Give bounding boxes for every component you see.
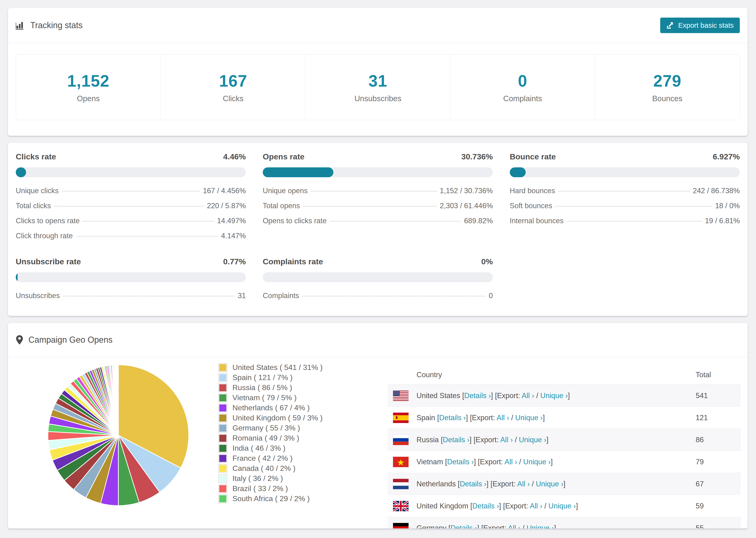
export-prefix: [Export: [470,413,497,422]
export-unique-link[interactable]: Unique › [515,413,543,422]
rate-progress-track [510,167,740,177]
column-header-total: Total [696,371,740,379]
bracket: ] [546,436,549,444]
rate-detail-value: 167 / 4.456% [203,187,246,195]
legend-label: Brazil ( 33 / 2% ) [233,484,288,493]
legend-swatch [219,374,226,381]
rate-panel-bounce-rate: Bounce rate 6.927% Hard bounces 242 / 86… [510,152,740,243]
legend-label: Italy ( 36 / 2% ) [233,474,283,483]
export-unique-link[interactable]: Unique › [523,458,551,466]
rate-progress-track [263,167,493,177]
rates-grid: Clicks rate 4.46% Unique clicks 167 / 4.… [8,143,747,303]
legend-swatch [219,465,226,472]
flag-nl-icon [393,479,408,489]
details-link[interactable]: Details › [439,413,466,422]
export-all-link[interactable]: All › [508,524,520,529]
dotted-leader [558,191,689,191]
total-cell: 79 [696,458,740,466]
export-unique-link[interactable]: Unique › [540,392,568,400]
geo-opens-pie-chart[interactable] [46,363,190,508]
rate-progress-fill [510,167,526,177]
export-all-link[interactable]: All › [530,502,542,510]
country-cell: Spain [Details ›] [Export: All › / Uniqu… [416,413,696,422]
rate-progress-fill [263,167,333,177]
rate-detail-label: Unique opens [263,187,307,195]
rate-detail-value: 220 / 5.87% [207,202,246,210]
rate-detail-row: Unique opens 1,152 / 30.736% [263,183,493,198]
geo-table-row-united-states: United States [Details ›] [Export: All ›… [388,385,741,407]
geo-title-wrap: Campaign Geo Opens [16,335,112,345]
rate-detail-row: Opens to clicks rate 689.82% [263,213,493,228]
bracket: ] [564,480,566,488]
flag-cell [388,391,416,401]
rate-detail-rows: Unique clicks 167 / 4.456% Total clicks … [16,183,246,243]
bracket: ] [469,436,473,444]
slash: / [511,413,515,422]
details-link[interactable]: Details › [451,524,477,529]
geo-table-body: United States [Details ›] [Export: All ›… [388,385,741,529]
legend-label: United Kingdom ( 59 / 3% ) [233,413,323,422]
slash: / [519,458,523,466]
rate-detail-label: Opens to clicks rate [263,217,327,225]
rate-panel-value: 6.927% [713,152,740,161]
stat-bounces: 279 Bounces [595,55,739,120]
flag-gb-icon [393,501,408,511]
flag-es-icon [393,413,408,423]
details-link[interactable]: Details › [472,502,499,510]
export-all-link[interactable]: All › [505,458,517,466]
tracking-stats-header: Tracking stats Export basic stats [8,8,747,43]
export-all-link[interactable]: All › [522,392,534,400]
details-link[interactable]: Details › [447,458,474,466]
flag-vn-icon [393,457,408,467]
export-prefix: [Export: [490,480,517,488]
export-icon [666,21,674,29]
export-all-link[interactable]: All › [497,413,509,422]
bracket: ] [576,502,578,510]
rate-progress-track [16,167,246,177]
rate-detail-row: Internal bounces 19 / 6.81% [510,213,740,228]
rate-detail-value: 0 [489,292,493,300]
legend-swatch [219,394,226,402]
slash: / [536,392,540,400]
rate-panel-title: Bounce rate [510,152,556,161]
legend-label: Romania ( 49 / 3% ) [233,434,299,443]
export-all-link[interactable]: All › [517,480,530,488]
dotted-leader [330,221,460,222]
dotted-leader [76,236,218,237]
rate-detail-row: Total clicks 220 / 5.87% [16,198,246,213]
rates-card: Clicks rate 4.46% Unique clicks 167 / 4.… [8,142,748,316]
details-link[interactable]: Details › [460,480,486,488]
export-unique-link[interactable]: Unique › [519,436,546,444]
rate-detail-label: Unsubscribes [16,292,60,300]
legend-swatch [219,475,226,482]
dotted-leader [567,221,702,222]
rate-detail-label: Hard bounces [510,187,555,195]
flag-cell [388,457,416,467]
export-all-link[interactable]: All › [500,436,513,444]
export-basic-stats-button[interactable]: Export basic stats [660,18,740,33]
rate-detail-row: Hard bounces 242 / 86.738% [510,183,740,198]
rate-panel-unsubscribe-rate: Unsubscribe rate 0.77% Unsubscribes 31 [16,257,246,303]
rate-progress-track [16,272,246,282]
export-unique-link[interactable]: Unique › [536,480,563,488]
country-name: Germany [416,524,446,529]
rate-progress-fill [16,272,18,282]
bracket: ] [474,458,478,466]
rate-detail-rows: Hard bounces 242 / 86.738% Soft bounces … [510,183,740,228]
geo-table-row-germany: Germany [Details ›] [Export: All › / Uni… [388,517,741,529]
details-link[interactable]: Details › [464,392,491,400]
details-link[interactable]: Details › [443,436,469,444]
legend-label: India ( 46 / 3% ) [233,444,286,453]
export-unique-link[interactable]: Unique › [527,524,554,529]
geo-table-row-vietnam: Vietnam [Details ›] [Export: All › / Uni… [388,451,741,473]
dotted-leader [63,296,235,296]
legend-item-france: France ( 42 / 2% ) [219,453,323,463]
bar-chart-icon [16,21,25,30]
legend-label: Germany ( 55 / 3% ) [233,424,300,432]
export-unique-link[interactable]: Unique › [549,502,576,510]
dotted-leader [303,206,437,207]
legend-label: France ( 42 / 2% ) [233,454,293,463]
dotted-leader [54,206,204,207]
bracket: [ [470,502,472,510]
bracket: ] [477,524,481,529]
